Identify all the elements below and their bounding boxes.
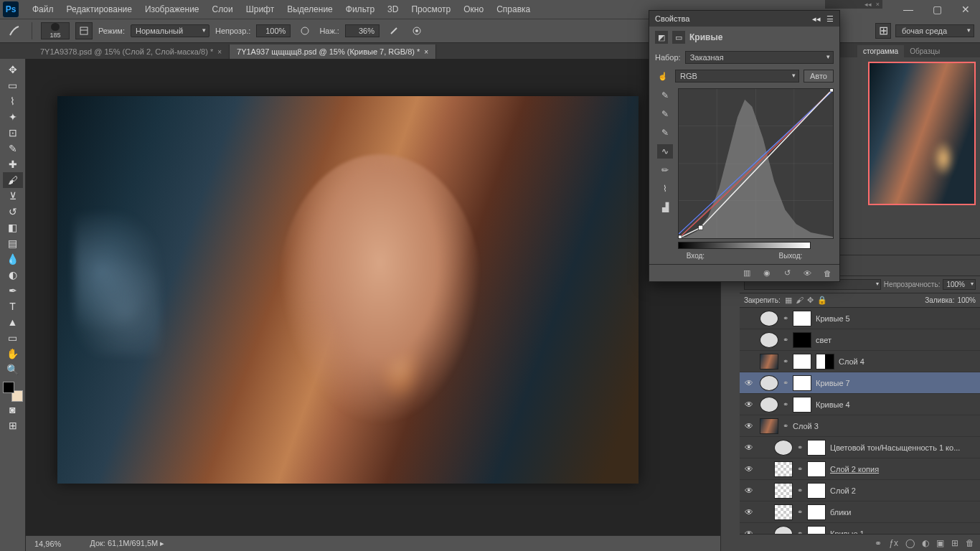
- history-brush-tool[interactable]: ↺: [3, 204, 23, 220]
- auto-button[interactable]: Авто: [804, 70, 834, 83]
- chevron-left-icon[interactable]: ◂◂: [864, 1, 872, 8]
- view-previous-icon[interactable]: ◉: [760, 268, 773, 279]
- visibility-toggle[interactable]: 👁: [743, 443, 755, 453]
- sample-white-icon[interactable]: ✎: [657, 88, 673, 103]
- wand-tool[interactable]: ✦: [3, 109, 23, 125]
- layer-name[interactable]: Цветовой тон/Насыщенность 1 ко...: [830, 443, 960, 452]
- properties-header[interactable]: Свойства ◂◂☰: [649, 11, 839, 27]
- menu-window[interactable]: Окно: [457, 0, 490, 19]
- sample-black-icon[interactable]: ✎: [657, 126, 673, 140]
- color-swatches[interactable]: [3, 382, 23, 402]
- crop-tool[interactable]: ⊡: [3, 125, 23, 141]
- mask-icon[interactable]: ◯: [905, 538, 915, 548]
- menu-3d[interactable]: 3D: [381, 0, 405, 19]
- swatches-tab[interactable]: Образцы: [904, 45, 946, 57]
- eraser-tool[interactable]: ◧: [3, 220, 23, 235]
- layer-fill-input[interactable]: 100%: [957, 296, 976, 304]
- layer-row[interactable]: ⚭Слой 4: [740, 351, 980, 372]
- layer-name[interactable]: Слой 2 копия: [830, 465, 879, 474]
- search-icon[interactable]: ⊞: [875, 23, 891, 39]
- layer-name[interactable]: свет: [816, 336, 831, 344]
- minimize-button[interactable]: —: [894, 0, 923, 19]
- stamp-tool[interactable]: ⊻: [3, 188, 23, 204]
- layer-name[interactable]: Слой 2: [830, 486, 856, 495]
- doc-tab-0[interactable]: 7Y1A9378.psd @ 15% (Слой 2, Слой-маска/8…: [33, 44, 230, 59]
- brush-preset-picker[interactable]: 185: [41, 22, 70, 39]
- new-adj-icon[interactable]: ◐: [922, 538, 929, 548]
- menu-type[interactable]: Шрифт: [240, 0, 281, 19]
- zoom-tool[interactable]: 🔍: [3, 362, 23, 377]
- visibility-toggle[interactable]: 👁: [743, 400, 755, 410]
- blur-tool[interactable]: 💧: [3, 251, 23, 267]
- layer-row[interactable]: ⚭свет: [740, 329, 980, 351]
- gradient-tool[interactable]: ▤: [3, 235, 23, 251]
- menu-file[interactable]: Файл: [26, 0, 60, 19]
- point-curve-icon[interactable]: ∿: [657, 144, 673, 159]
- finger-icon[interactable]: ☝: [655, 72, 671, 81]
- navigator-thumbnail[interactable]: [868, 62, 976, 205]
- visibility-toggle[interactable]: 👁: [743, 464, 755, 474]
- sample-gray-icon[interactable]: ✎: [657, 107, 673, 121]
- opacity-pressure-icon[interactable]: [296, 22, 314, 39]
- zoom-level[interactable]: 14,96%: [34, 540, 61, 548]
- layer-name[interactable]: Кривые 5: [816, 314, 850, 323]
- layer-name[interactable]: Слой 3: [793, 422, 819, 430]
- layer-row[interactable]: 👁⚭Кривые 1: [740, 523, 980, 534]
- doc-tab-1[interactable]: 7Y1A937 щщщщ8.psd @ 15% (Кривые 7, RGB/8…: [230, 44, 436, 59]
- layer-row[interactable]: 👁⚭Цветовой тон/Насыщенность 1 ко...: [740, 437, 980, 458]
- lock-all-icon[interactable]: 🔒: [817, 296, 827, 305]
- panel-menu-icon[interactable]: ☰: [826, 14, 834, 24]
- curves-graph[interactable]: [678, 88, 834, 239]
- lasso-tool[interactable]: ⌇: [3, 93, 23, 109]
- close-icon[interactable]: ×: [876, 1, 880, 8]
- preset-select[interactable]: Заказная: [685, 51, 834, 64]
- layer-row[interactable]: 👁⚭блики: [740, 501, 980, 523]
- maximize-button[interactable]: ▢: [923, 0, 951, 19]
- hand-tool[interactable]: ✋: [3, 346, 23, 362]
- draw-curve-icon[interactable]: ✏: [657, 163, 673, 177]
- menu-layers[interactable]: Слои: [206, 0, 240, 19]
- visibility-toggle[interactable]: 👁: [743, 529, 755, 534]
- delete-layer-icon[interactable]: 🗑: [966, 538, 974, 548]
- layer-opacity-input[interactable]: 100%: [943, 279, 976, 290]
- blend-mode-select[interactable]: Нормальный: [131, 24, 209, 37]
- shape-tool[interactable]: ▭: [3, 330, 23, 346]
- screenmode-toggle[interactable]: ⊞: [3, 418, 23, 433]
- layer-list[interactable]: ⚭Кривые 5⚭свет⚭Слой 4👁⚭Кривые 7👁⚭Кривые …: [740, 308, 980, 534]
- layer-row[interactable]: 👁⚭Кривые 7: [740, 372, 980, 394]
- menu-filter[interactable]: Фильтр: [339, 0, 381, 19]
- fx-icon[interactable]: ƒx: [889, 538, 898, 548]
- path-select-tool[interactable]: ▲: [3, 314, 23, 330]
- menu-image[interactable]: Изображение: [138, 0, 206, 19]
- lock-pixels-icon[interactable]: 🖌: [796, 296, 804, 305]
- brush-panel-toggle[interactable]: [75, 22, 93, 39]
- tool-preset-icon[interactable]: [6, 22, 23, 39]
- foreground-color[interactable]: [3, 382, 14, 393]
- quickmask-toggle[interactable]: ◙: [3, 402, 23, 418]
- type-tool[interactable]: T: [3, 298, 23, 314]
- lock-position-icon[interactable]: ✥: [807, 296, 814, 305]
- layer-row[interactable]: 👁⚭Слой 3: [740, 415, 980, 437]
- workspace-select[interactable]: бочая среда: [895, 24, 974, 37]
- visibility-toggle[interactable]: 👁: [743, 507, 755, 517]
- document-canvas[interactable]: [57, 96, 639, 484]
- close-tab-icon[interactable]: ×: [217, 48, 222, 56]
- delete-adj-icon[interactable]: 🗑: [821, 268, 834, 279]
- visibility-toggle[interactable]: 👁: [743, 378, 755, 388]
- close-tab-icon[interactable]: ×: [424, 48, 428, 56]
- layer-row[interactable]: 👁⚭Слой 2 копия: [740, 458, 980, 480]
- airbrush-icon[interactable]: [385, 22, 402, 39]
- eyedropper-tool[interactable]: ✎: [3, 141, 23, 156]
- dodge-tool[interactable]: ◐: [3, 267, 23, 283]
- pen-tool[interactable]: ✒: [3, 283, 23, 298]
- new-layer-icon[interactable]: ⊞: [951, 538, 958, 548]
- menu-select[interactable]: Выделение: [281, 0, 339, 19]
- menu-view[interactable]: Просмотр: [405, 0, 457, 19]
- layer-name[interactable]: Кривые 4: [816, 400, 850, 409]
- reset-icon[interactable]: ↺: [781, 268, 793, 279]
- histogram-options-icon[interactable]: ▟: [657, 200, 673, 215]
- layer-name[interactable]: Слой 4: [839, 357, 864, 366]
- layer-row[interactable]: ⚭Кривые 5: [740, 308, 980, 329]
- link-layers-icon[interactable]: ⚭: [875, 538, 882, 548]
- flow-input[interactable]: 36%: [345, 24, 380, 37]
